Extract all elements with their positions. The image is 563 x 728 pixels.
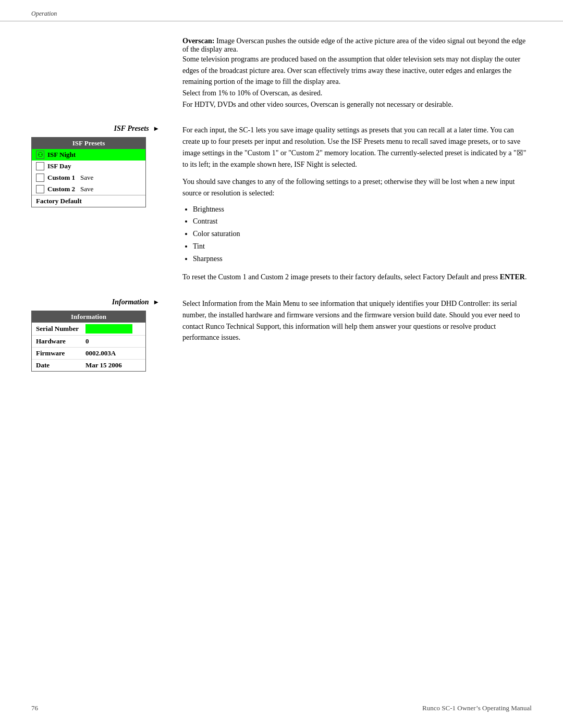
isf-para2: You should save changes to any of the fo…	[182, 176, 532, 199]
serial-number-label: Serial Number	[36, 325, 85, 333]
custom1-item[interactable]: Custom 1 Save	[32, 172, 145, 183]
bullet-tint: Tint	[193, 240, 532, 253]
custom2-save-label[interactable]: Save	[80, 185, 93, 193]
isf-night-item[interactable]: ⚇ ISF Night	[32, 149, 145, 161]
overscan-left-spacer	[31, 37, 167, 110]
firmware-label: Firmware	[36, 349, 85, 357]
isf-day-checkbox[interactable]	[36, 162, 44, 170]
overscan-title: Overscan:	[182, 37, 214, 45]
isf-night-label: ISF Night	[47, 151, 76, 159]
date-row: Date Mar 15 2006	[32, 360, 145, 371]
bullet-color-saturation: Color saturation	[193, 228, 532, 240]
factory-default-label: Factory Default	[36, 197, 82, 205]
isf-para1: For each input, the SC-1 lets you save i…	[182, 125, 532, 170]
isf-presets-left: ISF Presets ► ISF Presets ⚇ ISF Night IS…	[31, 125, 167, 282]
information-label-area: Information ►	[31, 298, 167, 306]
isf-presets-menu: ISF Presets ⚇ ISF Night ISF Day Custom	[31, 137, 146, 207]
isf-day-item[interactable]: ISF Day	[32, 161, 145, 172]
custom2-checkbox[interactable]	[36, 185, 44, 193]
custom2-label: Custom 2	[47, 185, 75, 193]
bullet-brightness: Brightness	[193, 203, 532, 216]
isf-para3: To reset the Custom 1 and Custom 2 image…	[182, 272, 532, 283]
breadcrumb: Operation	[31, 10, 57, 17]
hardware-row: Hardware 0	[32, 336, 145, 348]
overscan-section: Overscan: Image Overscan pushes the outs…	[31, 37, 532, 110]
custom2-item[interactable]: Custom 2 Save	[32, 183, 145, 195]
overscan-para1: Overscan: Image Overscan pushes the outs…	[182, 37, 532, 54]
manual-title: Runco SC-1 Owner’s Operating Manual	[422, 704, 532, 712]
information-menu: Information Serial Number Hardware 0 Fir…	[31, 311, 146, 372]
overscan-right-content: Overscan: Image Overscan pushes the outs…	[167, 37, 532, 110]
information-label: Information	[112, 298, 149, 306]
bullet-contrast: Contrast	[193, 215, 532, 228]
isf-bullet-list: Brightness Contrast Color saturation Tin…	[193, 203, 532, 265]
page-container: Operation Overscan: Image Overscan pushe…	[0, 0, 563, 728]
isf-para3-suffix: .	[525, 273, 527, 281]
page-number: 76	[31, 704, 38, 712]
isf-night-checkbox[interactable]: ⚇	[36, 151, 44, 159]
date-value: Mar 15 2006	[85, 361, 122, 369]
overscan-para4: For HDTV, DVDs and other video sources, …	[182, 99, 532, 110]
custom1-save-label[interactable]: Save	[80, 174, 93, 182]
isf-presets-right: For each input, the SC-1 lets you save i…	[167, 125, 532, 282]
hardware-value: 0	[85, 337, 89, 346]
isf-day-label: ISF Day	[47, 162, 71, 170]
date-label: Date	[36, 361, 85, 369]
serial-number-value	[85, 324, 132, 334]
information-menu-header: Information	[32, 311, 145, 323]
isf-presets-label-area: ISF Presets ►	[31, 125, 167, 133]
firmware-value: 0002.003A	[85, 349, 116, 357]
overscan-para3: Select from 1% to 10% of Overscan, as de…	[182, 88, 532, 99]
information-right: Select Information from the Main Menu to…	[167, 298, 532, 372]
isf-presets-label: ISF Presets	[114, 125, 149, 132]
isf-presets-section: ISF Presets ► ISF Presets ⚇ ISF Night IS…	[31, 125, 532, 282]
factory-default-item[interactable]: Factory Default	[32, 195, 145, 207]
header-bar: Operation	[0, 0, 563, 21]
page-footer: 76 Runco SC-1 Owner’s Operating Manual	[0, 704, 563, 712]
isf-para3-prefix: To reset the Custom 1 and Custom 2 image…	[182, 273, 500, 281]
custom1-checkbox[interactable]	[36, 174, 44, 182]
custom1-label: Custom 1	[47, 174, 75, 182]
hardware-label: Hardware	[36, 337, 85, 346]
information-para1: Select Information from the Main Menu to…	[182, 298, 532, 343]
isf-presets-arrow: ►	[153, 125, 160, 132]
overscan-para2: Some television programs are produced ba…	[182, 54, 532, 88]
information-arrow: ►	[153, 298, 160, 306]
information-left: Information ► Information Serial Number …	[31, 298, 167, 372]
bullet-sharpness: Sharpness	[193, 253, 532, 265]
isf-para3-bold: ENTER	[500, 273, 525, 281]
isf-presets-menu-header: ISF Presets	[32, 138, 145, 149]
firmware-row: Firmware 0002.003A	[32, 348, 145, 360]
information-section: Information ► Information Serial Number …	[31, 298, 532, 372]
serial-number-row: Serial Number	[32, 323, 145, 336]
